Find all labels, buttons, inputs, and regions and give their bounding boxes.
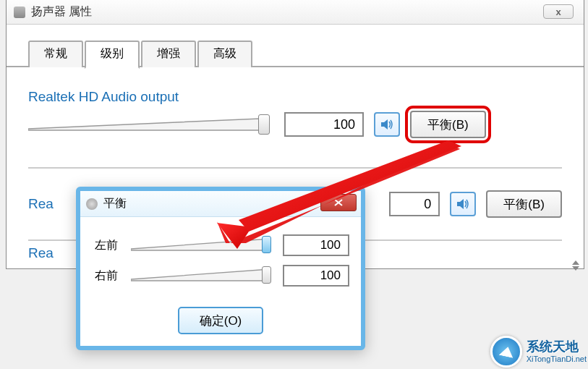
slider-track-icon (131, 234, 276, 255)
watermark-main: 系统天地 (527, 340, 587, 355)
output1-slider[interactable] (28, 111, 274, 137)
divider (28, 167, 562, 169)
left-front-value[interactable]: 100 (283, 234, 349, 256)
balance-dialog: 平衡 左前 100 右前 (76, 187, 365, 350)
tab-general[interactable]: 常规 (28, 41, 83, 67)
right-front-value[interactable]: 100 (283, 265, 349, 287)
tab-enhance[interactable]: 增强 (141, 41, 196, 67)
output2-value[interactable]: 0 (389, 192, 440, 216)
speaker-icon (380, 117, 394, 132)
window-title: 扬声器 属性 (31, 4, 92, 20)
scroll-spinner[interactable] (572, 260, 579, 282)
watermark-sub: XiTongTianDi.net (527, 355, 587, 363)
speaker-icon (456, 197, 470, 211)
window-icon (14, 7, 25, 18)
right-front-row: 右前 100 (95, 265, 349, 287)
chevron-up-icon (572, 260, 579, 265)
slider-track-icon (131, 265, 276, 285)
balance-dialog-footer: 确定(O) (80, 300, 361, 346)
svg-marker-0 (28, 119, 260, 130)
right-front-label: 右前 (95, 268, 124, 284)
svg-marker-8 (131, 239, 270, 250)
watermark-logo-icon (490, 336, 522, 368)
slider-thumb-icon[interactable] (262, 236, 271, 253)
chevron-down-icon (572, 266, 579, 271)
watermark: 系统天地 XiTongTianDi.net (490, 336, 587, 368)
balance-dialog-body: 左前 100 右前 100 (80, 217, 361, 300)
watermark-text: 系统天地 XiTongTianDi.net (527, 340, 587, 363)
tab-bar: 常规 级别 增强 高级 (7, 25, 584, 67)
output2-label-partial: Rea (28, 196, 57, 212)
balance-dialog-close-button[interactable] (320, 194, 357, 211)
svg-marker-2 (457, 199, 464, 209)
balance-dialog-title: 平衡 (103, 196, 127, 211)
output1-value[interactable]: 100 (284, 112, 364, 137)
output1-mute-button[interactable] (374, 112, 400, 137)
svg-marker-1 (381, 119, 388, 130)
tab-advanced[interactable]: 高级 (197, 41, 252, 67)
left-front-row: 左前 100 (95, 234, 349, 256)
output3-label-partial: Rea (28, 245, 57, 261)
left-front-label: 左前 (95, 238, 124, 253)
balance-dialog-titlebar: 平衡 (80, 191, 361, 217)
slider-thumb-icon[interactable] (258, 114, 270, 135)
svg-marker-9 (131, 269, 270, 281)
close-button[interactable]: x (543, 4, 574, 19)
ok-button[interactable]: 确定(O) (178, 307, 264, 334)
tab-levels[interactable]: 级别 (85, 41, 140, 69)
output1-row: 100 平衡(B) (28, 111, 562, 138)
slider-track-icon (28, 117, 267, 132)
right-front-slider[interactable] (131, 265, 276, 287)
titlebar: 扬声器 属性 x (7, 0, 584, 25)
output1-label: Realtek HD Audio output (28, 89, 562, 105)
output1-balance-button[interactable]: 平衡(B) (410, 111, 486, 138)
slider-thumb-icon[interactable] (262, 266, 271, 284)
close-icon (333, 198, 344, 207)
output2-mute-button[interactable] (450, 192, 476, 216)
output2-balance-button[interactable]: 平衡(B) (486, 190, 562, 218)
dialog-icon (86, 198, 98, 210)
left-front-slider[interactable] (131, 234, 276, 256)
